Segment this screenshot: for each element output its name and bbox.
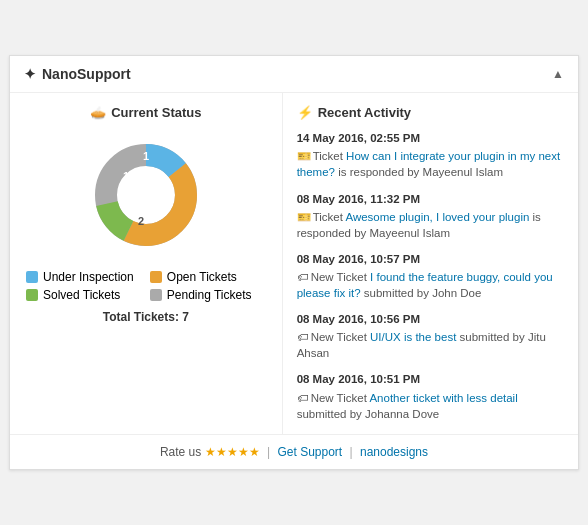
activity-date: 08 May 2016, 10:57 PM — [297, 251, 564, 267]
activity-text: 🏷New Ticket UI/UX is the best submitted … — [297, 329, 564, 361]
new-ticket-icon: 🏷 — [297, 392, 309, 404]
legend-under-inspection: Under Inspection — [26, 270, 142, 284]
legend-dot-open — [150, 271, 162, 283]
ticket-icon: 🎫 — [297, 150, 311, 162]
donut-svg: 1 3 1 2 — [81, 130, 211, 260]
current-status-title: 🥧 Current Status — [26, 105, 266, 120]
collapse-arrow[interactable]: ▲ — [552, 67, 564, 81]
activity-icon: ⚡ — [297, 105, 313, 120]
ticket-icon: 🎫 — [297, 211, 311, 223]
chart-legend: Under Inspection Open Tickets Solved Tic… — [26, 270, 266, 302]
activity-text: 🎫Ticket How can I integrate your plugin … — [297, 148, 564, 180]
pie-icon: 🥧 — [90, 105, 106, 120]
separator-2: | — [350, 445, 353, 459]
activity-text: 🏷New Ticket I found the feature buggy, c… — [297, 269, 564, 301]
legend-pending-tickets: Pending Tickets — [150, 288, 266, 302]
get-support-link[interactable]: Get Support — [277, 445, 342, 459]
activity-date: 08 May 2016, 10:51 PM — [297, 371, 564, 387]
chart-label-3: 3 — [168, 188, 174, 200]
legend-solved-tickets: Solved Tickets — [26, 288, 142, 302]
activity-text: 🏷New Ticket Another ticket with less det… — [297, 390, 564, 422]
activity-item: 08 May 2016, 10:56 PM🏷New Ticket UI/UX i… — [297, 311, 564, 361]
left-panel: 🥧 Current Status — [10, 93, 283, 433]
donut-chart: 1 3 1 2 — [26, 130, 266, 260]
right-panel: ⚡ Recent Activity 14 May 2016, 02:55 PM🎫… — [283, 93, 578, 433]
activity-item: 08 May 2016, 11:32 PM🎫Ticket Awesome plu… — [297, 191, 564, 241]
widget-header: ✦ NanoSupport ▲ — [10, 56, 578, 93]
activity-list: 14 May 2016, 02:55 PM🎫Ticket How can I i… — [297, 130, 564, 421]
activity-link[interactable]: Another ticket with less detail — [369, 392, 517, 404]
widget-body: 🥧 Current Status — [10, 93, 578, 433]
widget-footer: Rate us ★★★★★ | Get Support | nanodesign… — [10, 434, 578, 469]
activity-item: 14 May 2016, 02:55 PM🎫Ticket How can I i… — [297, 130, 564, 180]
activity-date: 14 May 2016, 02:55 PM — [297, 130, 564, 146]
activity-date: 08 May 2016, 11:32 PM — [297, 191, 564, 207]
activity-date: 08 May 2016, 10:56 PM — [297, 311, 564, 327]
widget-title-text: NanoSupport — [42, 66, 131, 82]
recent-activity-title: ⚡ Recent Activity — [297, 105, 564, 120]
activity-text: 🎫Ticket Awesome plugin, I loved your plu… — [297, 209, 564, 241]
legend-open-tickets: Open Tickets — [150, 270, 266, 284]
brand-link[interactable]: nanodesigns — [360, 445, 428, 459]
new-ticket-icon: 🏷 — [297, 271, 309, 283]
separator-1: | — [267, 445, 270, 459]
legend-dot-pending — [150, 289, 162, 301]
activity-link[interactable]: UI/UX is the best — [370, 331, 456, 343]
chart-label-1b: 1 — [143, 150, 149, 162]
legend-dot-solved — [26, 289, 38, 301]
activity-item: 08 May 2016, 10:57 PM🏷New Ticket I found… — [297, 251, 564, 301]
activity-link[interactable]: Awesome plugin, I loved your plugin — [345, 211, 529, 223]
new-ticket-icon: 🏷 — [297, 331, 309, 343]
legend-dot-under-inspection — [26, 271, 38, 283]
star-icon: ✦ — [24, 66, 36, 82]
star-rating[interactable]: ★★★★★ — [205, 445, 260, 459]
nanosupport-widget: ✦ NanoSupport ▲ 🥧 Current Status — [9, 55, 579, 469]
widget-title: ✦ NanoSupport — [24, 66, 131, 82]
chart-label-2: 2 — [138, 215, 144, 227]
activity-item: 08 May 2016, 10:51 PM🏷New Ticket Another… — [297, 371, 564, 421]
rate-text: Rate us — [160, 445, 201, 459]
total-tickets: Total Tickets: 7 — [26, 310, 266, 324]
chart-label-1: 1 — [123, 170, 129, 182]
